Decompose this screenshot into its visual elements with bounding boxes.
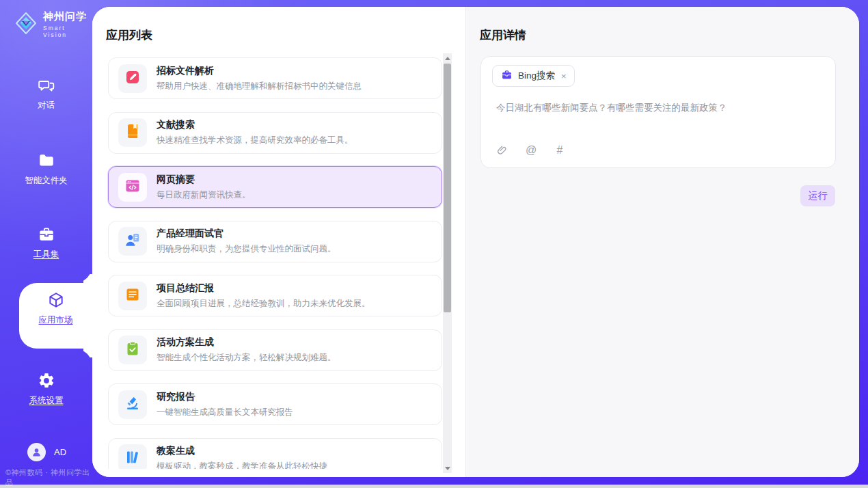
toolbox-icon bbox=[38, 226, 55, 243]
sidebar-item-app-market[interactable]: 应用市场 bbox=[19, 291, 92, 326]
app-card[interactable]: 教案生成 模板驱动，教案秒成，教学准备从此轻松快捷 bbox=[108, 438, 442, 470]
app-card-description: 每日政府新闻资讯快查。 bbox=[157, 189, 251, 201]
app-logo: 神州问学 Smart Vision bbox=[14, 10, 92, 38]
edit-square-icon bbox=[124, 69, 141, 88]
logo-diamond-icon bbox=[14, 11, 38, 38]
sidebar-item-smart-folder[interactable]: 智能文件夹 bbox=[0, 152, 92, 187]
app-card-description: 帮助用户快速、准确地理解和解析招标书中的关键信息 bbox=[157, 81, 362, 92]
prompt-input[interactable]: 今日湖北有哪些新闻要点？有哪些需要关注的最新政策？ bbox=[496, 102, 817, 114]
hashtag-icon[interactable]: # bbox=[552, 143, 567, 158]
app-list-scroll-area: 招标文件解析 帮助用户快速、准确地理解和解析招标书中的关键信息 文献搜索 快速精… bbox=[92, 7, 442, 469]
app-card-title: 教案生成 bbox=[157, 445, 327, 457]
folder-icon bbox=[38, 152, 55, 170]
app-card-title: 研究报告 bbox=[157, 391, 293, 403]
sidebar-item-label: 工具集 bbox=[33, 249, 59, 259]
app-card-title: 招标文件解析 bbox=[157, 65, 362, 77]
content-area: 应用列表 招标文件解析 帮助用户快速、准确地理解和解析招标书中的关键信息 文献搜… bbox=[92, 7, 859, 477]
gear-icon bbox=[38, 372, 55, 390]
app-card[interactable]: 文献搜索 快速精准查找学术资源，提高研究效率的必备工具。 bbox=[108, 112, 442, 154]
app-card-title: 活动方案生成 bbox=[157, 336, 336, 349]
scrollbar[interactable] bbox=[443, 53, 452, 473]
sidebar-item-settings[interactable]: 系统设置 bbox=[0, 372, 92, 407]
interviewer-icon bbox=[124, 232, 141, 251]
book-icon bbox=[124, 123, 141, 142]
paperclip-icon[interactable] bbox=[495, 143, 510, 158]
user-account[interactable]: AD bbox=[27, 443, 66, 461]
briefcase-icon bbox=[501, 69, 513, 83]
app-card-title: 网页摘要 bbox=[157, 174, 251, 186]
books-icon bbox=[124, 449, 141, 468]
app-card-description: 明确身份和职责，为您提供专业性的面试问题。 bbox=[157, 243, 336, 255]
sidebar: 神州问学 Smart Vision 对话 智能文件夹 工具集 bbox=[0, 0, 92, 485]
sidebar-active-highlight: 应用市场 bbox=[19, 283, 92, 349]
scrollbar-thumb[interactable] bbox=[444, 64, 451, 312]
logo-subtitle: Smart Vision bbox=[43, 25, 92, 38]
tool-chip-bing-search[interactable]: Bing搜索 × bbox=[492, 65, 575, 87]
sidebar-item-label: 智能文件夹 bbox=[25, 176, 68, 185]
report-icon bbox=[124, 286, 141, 306]
input-toolbar: @ # bbox=[495, 143, 567, 158]
sidebar-item-label: 系统设置 bbox=[29, 396, 64, 405]
avatar bbox=[27, 443, 46, 461]
app-card-description: 智能生成个性化活动方案，轻松解决规划难题。 bbox=[157, 352, 336, 364]
app-list-panel: 应用列表 招标文件解析 帮助用户快速、准确地理解和解析招标书中的关键信息 文献搜… bbox=[92, 7, 465, 477]
prompt-input-card: Bing搜索 × 今日湖北有哪些新闻要点？有哪些需要关注的最新政策？ @ # bbox=[480, 56, 836, 168]
scroll-up-button[interactable] bbox=[443, 53, 452, 63]
app-card[interactable]: 网页摘要 每日政府新闻资讯快查。 bbox=[108, 166, 442, 208]
app-detail-panel: 应用详情 Bing搜索 × 今日湖北有哪些新闻要点？有哪些需要关注的最新政策？ bbox=[465, 7, 859, 477]
app-card[interactable]: 活动方案生成 智能生成个性化活动方案，轻松解决规划难题。 bbox=[108, 329, 442, 371]
scroll-down-button[interactable] bbox=[443, 463, 452, 473]
app-card[interactable]: 产品经理面试官 明确身份和职责，为您提供专业性的面试问题。 bbox=[108, 221, 442, 262]
sidebar-item-toolset[interactable]: 工具集 bbox=[0, 226, 92, 260]
clipboard-check-icon bbox=[124, 340, 141, 360]
app-card[interactable]: 研究报告 一键智能生成高质量长文本研究报告 bbox=[108, 383, 442, 425]
mention-icon[interactable]: @ bbox=[524, 143, 539, 158]
sidebar-item-chat[interactable]: 对话 bbox=[0, 77, 92, 111]
app-card-description: 快速精准查找学术资源，提高研究效率的必备工具。 bbox=[157, 135, 353, 146]
browser-code-icon bbox=[124, 178, 141, 197]
run-button[interactable]: 运行 bbox=[800, 185, 835, 206]
user-name: AD bbox=[54, 447, 66, 457]
app-card-description: 全面回顾项目进展，总结经验教训，助力未来优化发展。 bbox=[157, 298, 370, 310]
logo-title: 神州问学 bbox=[43, 10, 92, 23]
app-card[interactable]: 招标文件解析 帮助用户快速、准确地理解和解析招标书中的关键信息 bbox=[108, 57, 442, 99]
triangle-up-icon bbox=[445, 57, 450, 60]
app-card-description: 一键智能生成高质量长文本研究报告 bbox=[157, 407, 293, 418]
app-detail-title: 应用详情 bbox=[480, 27, 526, 43]
app-card-title: 项目总结汇报 bbox=[157, 282, 370, 295]
cube-icon bbox=[47, 291, 65, 309]
triangle-down-icon bbox=[445, 467, 450, 470]
app-card-title: 文献搜索 bbox=[157, 119, 353, 131]
sidebar-item-label: 应用市场 bbox=[39, 315, 73, 325]
chat-icon bbox=[38, 77, 55, 94]
tool-chip-label: Bing搜索 bbox=[518, 70, 555, 82]
app-card-description: 模板驱动，教案秒成，教学准备从此轻松快捷 bbox=[157, 461, 327, 469]
microscope-icon bbox=[124, 395, 141, 414]
app-card-title: 产品经理面试官 bbox=[157, 228, 336, 240]
copyright-text: ©神州数码 · 神州问学出品 bbox=[5, 467, 92, 488]
close-icon[interactable]: × bbox=[560, 71, 567, 81]
app-card[interactable]: 项目总结汇报 全面回顾项目进展，总结经验教训，助力未来优化发展。 bbox=[108, 275, 442, 316]
sidebar-item-label: 对话 bbox=[38, 100, 55, 110]
